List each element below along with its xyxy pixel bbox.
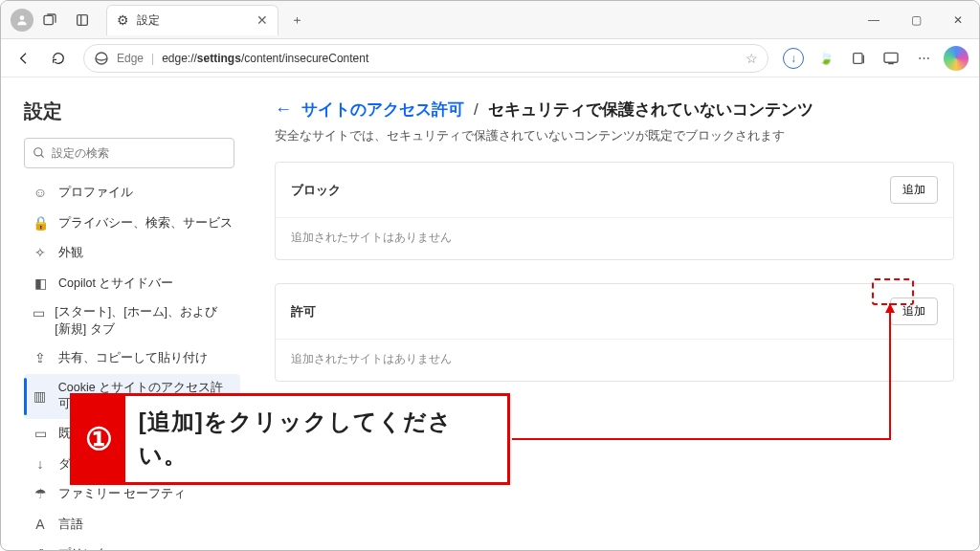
tab-icon: ▭ <box>32 304 45 323</box>
svg-point-0 <box>20 15 25 20</box>
sidebar-item-share[interactable]: ⇪共有、コピーして貼り付け <box>24 343 240 374</box>
section-allow: 許可 追加 追加されたサイトはありません <box>275 283 954 382</box>
sidebar-item-label: Copilot とサイドバー <box>58 276 173 293</box>
share-icon: ⇪ <box>32 349 49 368</box>
new-tab-button[interactable]: ＋ <box>282 6 311 34</box>
lock-icon: 🔒 <box>32 214 49 233</box>
screenshot-button[interactable] <box>876 43 906 74</box>
sidebar-item-copilot[interactable]: ◧Copilot とサイドバー <box>24 269 240 299</box>
profile-avatar[interactable] <box>11 9 33 32</box>
favorite-star-icon[interactable]: ☆ <box>746 51 758 66</box>
ellipsis-icon: ⋯ <box>918 51 930 65</box>
address-edge-label: Edge <box>117 52 144 65</box>
family-icon: ☂ <box>32 485 49 504</box>
collections-button[interactable] <box>843 43 874 74</box>
screenshot-icon <box>882 52 900 65</box>
section-allow-header: 許可 追加 <box>276 284 953 339</box>
section-allow-empty: 追加されたサイトはありません <box>276 339 953 381</box>
sidebar-item-label: プリンター <box>58 546 121 550</box>
annotation-text: [追加]をクリックしてください。 <box>125 396 507 482</box>
sidebar-item-languages[interactable]: A言語 <box>24 510 240 540</box>
add-blocked-site-button[interactable]: 追加 <box>890 176 938 204</box>
sidebar-item-label: 言語 <box>58 517 83 534</box>
sidebar-item-label: プライバシー、検索、サービス <box>58 215 233 232</box>
svg-line-8 <box>41 155 44 158</box>
annotation-number: ① <box>73 396 125 482</box>
sidebar-item-appearance[interactable]: ✧外観 <box>24 238 240 269</box>
leaf-icon: 🍃 <box>817 50 835 67</box>
window-controls: — ▢ ✕ <box>853 5 979 35</box>
edge-icon <box>94 51 109 66</box>
section-block-empty: 追加されたサイトはありません <box>276 217 953 259</box>
language-icon: A <box>32 516 49 535</box>
section-block-header: ブロック 追加 <box>276 163 953 217</box>
maximize-button[interactable]: ▢ <box>895 5 937 35</box>
annotation-highlight <box>872 278 914 305</box>
search-icon <box>33 146 46 160</box>
address-url-rest: /content/insecureContent <box>241 52 368 65</box>
page-subtitle: 安全なサイトでは、セキュリティで保護されていないコンテンツが既定でブロックされま… <box>275 128 954 144</box>
annotation-callout: ① [追加]をクリックしてください。 <box>70 393 510 485</box>
settings-search-box[interactable] <box>24 138 234 168</box>
refresh-button[interactable] <box>43 43 74 74</box>
downloads-button[interactable]: ↓ <box>778 43 809 74</box>
download-icon: ↓ <box>32 455 49 474</box>
workspaces-icon[interactable] <box>33 4 66 36</box>
svg-rect-2 <box>78 14 88 25</box>
sidebar-item-label: [スタート]、[ホーム]、および [新規] タブ <box>55 304 233 338</box>
toolbar-right-icons: ↓ 🍃 ⋯ <box>778 43 971 74</box>
sidebar-item-label: 共有、コピーして貼り付け <box>58 350 208 367</box>
sidebar-item-start[interactable]: ▭[スタート]、[ホーム]、および [新規] タブ <box>24 298 240 343</box>
more-button[interactable]: ⋯ <box>908 43 939 74</box>
section-block: ブロック 追加 追加されたサイトはありません <box>275 162 954 260</box>
browser-toolbar: Edge | edge://settings/content/insecureC… <box>1 39 979 77</box>
download-icon: ↓ <box>783 48 804 69</box>
tab-title: 設定 <box>137 12 249 29</box>
collections-icon <box>851 51 866 66</box>
svg-rect-5 <box>854 53 862 63</box>
browser-icon: ▭ <box>32 425 49 444</box>
window-titlebar: ⚙ 設定 ✕ ＋ — ▢ ✕ <box>1 1 979 39</box>
breadcrumb-separator: / <box>474 100 479 120</box>
breadcrumb-link[interactable]: サイトのアクセス許可 <box>301 99 464 121</box>
close-icon[interactable]: ✕ <box>256 12 268 28</box>
browser-tab[interactable]: ⚙ 設定 ✕ <box>106 5 278 35</box>
sidebar-item-profile[interactable]: ☺プロファイル <box>24 178 240 209</box>
sidebar-icon: ◧ <box>32 275 49 294</box>
search-input[interactable] <box>52 146 226 160</box>
settings-heading: 設定 <box>24 99 240 124</box>
copilot-button[interactable] <box>941 43 971 74</box>
copilot-icon <box>944 46 969 71</box>
annotation-arrow-horizontal <box>512 438 891 440</box>
settings-nav-list: ☺プロファイル 🔒プライバシー、検索、サービス ✧外観 ◧Copilot とサイ… <box>24 178 240 550</box>
back-button[interactable] <box>9 43 39 74</box>
printer-icon: ⎙ <box>32 545 49 550</box>
gear-icon: ⚙ <box>117 12 129 28</box>
breadcrumb-back-icon[interactable]: ← <box>275 99 292 120</box>
address-separator: | <box>151 52 154 65</box>
close-window-button[interactable]: ✕ <box>937 5 979 35</box>
address-bar[interactable]: Edge | edge://settings/content/insecureC… <box>83 44 768 73</box>
profile-icon: ☺ <box>32 184 49 203</box>
sidebar-item-privacy[interactable]: 🔒プライバシー、検索、サービス <box>24 209 240 239</box>
address-url-bold: settings <box>197 52 241 65</box>
address-url-prefix: edge:// <box>162 52 197 65</box>
sidebar-item-printers[interactable]: ⎙プリンター <box>24 540 240 550</box>
person-icon <box>15 13 29 27</box>
address-url: edge://settings/content/insecureContent <box>162 52 368 65</box>
svg-rect-6 <box>884 53 898 62</box>
minimize-button[interactable]: — <box>853 5 895 35</box>
sidebar-item-label: プロファイル <box>58 185 133 202</box>
section-allow-title: 許可 <box>291 303 316 320</box>
svg-point-4 <box>96 53 107 64</box>
svg-rect-1 <box>44 15 53 24</box>
breadcrumb-title: セキュリティで保護されていないコンテンツ <box>488 99 813 121</box>
sidebar-item-label: 外観 <box>58 245 83 262</box>
svg-point-7 <box>34 148 42 156</box>
sidebar-item-label: ファミリー セーフティ <box>58 486 186 503</box>
annotation-arrow-vertical <box>889 303 891 440</box>
breadcrumb: ← サイトのアクセス許可 / セキュリティで保護されていないコンテンツ <box>275 99 954 121</box>
cookie-icon: ▥ <box>32 387 49 407</box>
tab-actions-icon[interactable] <box>66 4 99 36</box>
extensions-button[interactable]: 🍃 <box>811 43 841 74</box>
